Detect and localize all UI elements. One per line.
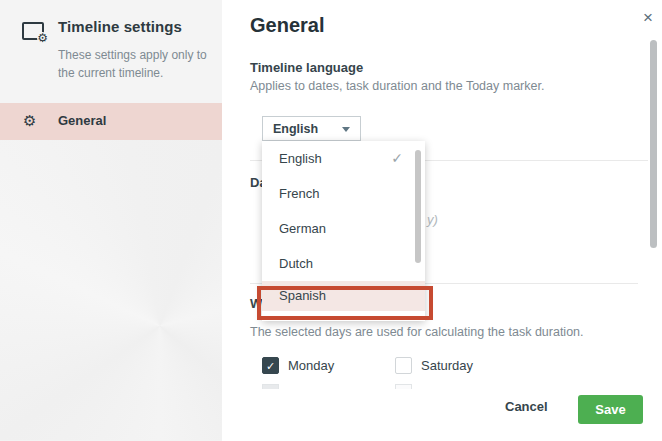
partial-checkbox [395, 384, 412, 389]
sidebar-background [0, 140, 222, 440]
timeline-language-description: Applies to dates, task duration and the … [250, 79, 544, 93]
dropdown-option-french[interactable]: French [262, 176, 425, 211]
panel-scrollbar[interactable] [650, 40, 657, 248]
close-icon[interactable]: × [636, 6, 660, 30]
cancel-button[interactable]: Cancel [505, 399, 548, 414]
dropdown-option-spanish[interactable]: Spanish [262, 281, 425, 311]
timeline-language-heading: Timeline language [250, 60, 363, 75]
sidebar: ⚙ Timeline settings These settings apply… [0, 0, 222, 441]
gear-badge-icon: ⚙ [37, 32, 48, 44]
dropdown-scrollbar[interactable] [415, 150, 421, 263]
dropdown-option-dutch[interactable]: Dutch [262, 246, 425, 281]
checkbox-label: Monday [288, 358, 334, 373]
checkbox-label: Saturday [421, 358, 473, 373]
language-select[interactable]: English [262, 116, 361, 141]
dropdown-option-german[interactable]: German [262, 211, 425, 246]
dropdown-option-english[interactable]: English ✓ [262, 141, 425, 176]
date-preview-text-partial: y) [427, 212, 438, 227]
sidebar-header: ⚙ Timeline settings These settings apply… [0, 0, 222, 103]
sidebar-item-label: General [58, 113, 106, 128]
save-button[interactable]: Save [578, 395, 643, 424]
checkbox-unchecked-icon [395, 357, 412, 374]
working-days-description: The selected days are used for calculati… [250, 325, 584, 339]
timeline-settings-dialog: ⚙ Timeline settings These settings apply… [0, 0, 662, 441]
page-title: General [250, 14, 324, 37]
gear-icon: ⚙ [23, 112, 36, 130]
language-dropdown: English ✓ French German Dutch Spanish [262, 141, 425, 321]
sidebar-description: These settings apply only to the current… [58, 46, 210, 82]
language-select-value: English [273, 122, 318, 136]
checkbox-checked-icon: ✓ [262, 357, 279, 374]
partial-checkbox [262, 384, 279, 389]
checkmark-icon: ✓ [391, 141, 403, 176]
sidebar-item-general[interactable]: ⚙ General [0, 103, 222, 140]
chevron-down-icon [342, 127, 350, 132]
timeline-settings-icon: ⚙ [22, 22, 44, 40]
sidebar-title: Timeline settings [58, 18, 182, 35]
